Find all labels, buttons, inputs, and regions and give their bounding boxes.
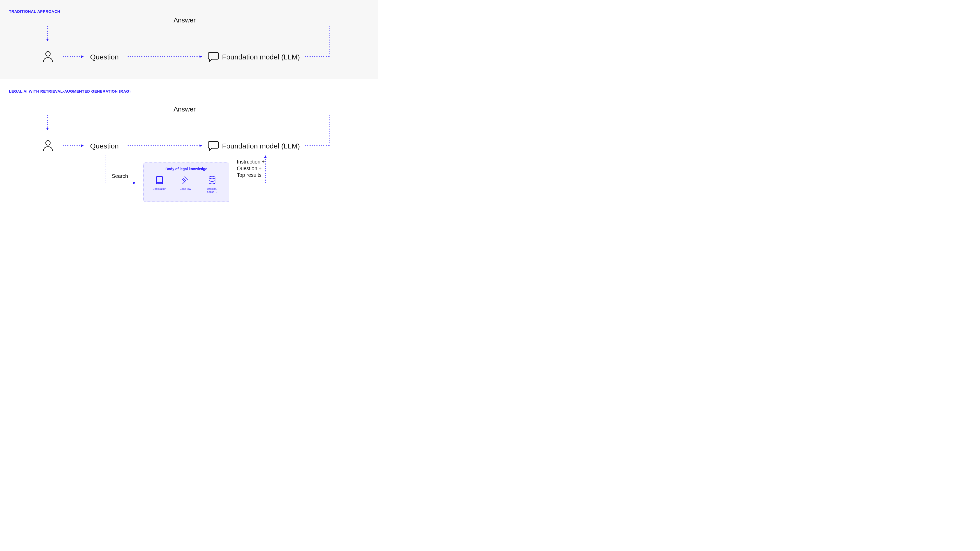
panel-rag: LEGAL AI WITH RETRIEVAL-AUGMENTED GENERA… (0, 79, 378, 211)
chat-icon (208, 141, 219, 151)
question-label-top: Question (90, 53, 119, 61)
question-label-bottom: Question (90, 142, 119, 150)
user-icon (42, 140, 54, 152)
instruction-label: Instruction + Question + Top results (237, 159, 265, 178)
search-label: Search (112, 173, 128, 179)
user-icon (42, 51, 54, 63)
section-title-traditional: TRADITIONAL APPROACH (9, 9, 60, 14)
answer-label-top: Answer (173, 16, 196, 24)
kb-item-label: Legislation (153, 187, 166, 190)
gavel-icon (181, 176, 190, 185)
knowledge-box-items: Legislation Case law (146, 176, 226, 193)
model-label-top: Foundation model (LLM) (222, 53, 300, 61)
svg-line-9 (185, 177, 188, 180)
knowledge-box-title: Body of legal knowledge (146, 167, 226, 171)
kb-item-label: Case law (180, 187, 191, 190)
database-icon (207, 176, 217, 185)
svg-point-12 (209, 176, 215, 179)
model-label-bottom: Foundation model (LLM) (222, 142, 300, 150)
svg-point-0 (46, 52, 50, 56)
knowledge-box: Body of legal knowledge Legislation (143, 162, 229, 202)
section-title-rag: LEGAL AI WITH RETRIEVAL-AUGMENTED GENERA… (9, 89, 130, 94)
kb-item-articles: Articles, books… (204, 176, 220, 193)
kb-item-caselaw: Case law (180, 176, 191, 193)
answer-label-bottom: Answer (173, 105, 196, 113)
book-icon (155, 176, 164, 185)
chat-icon (208, 52, 219, 62)
svg-point-7 (46, 141, 50, 145)
kb-item-label: Articles, books… (204, 187, 220, 193)
panel-traditional: TRADITIONAL APPROACH Answer Question Fou… (0, 0, 378, 79)
kb-item-legislation: Legislation (153, 176, 166, 193)
